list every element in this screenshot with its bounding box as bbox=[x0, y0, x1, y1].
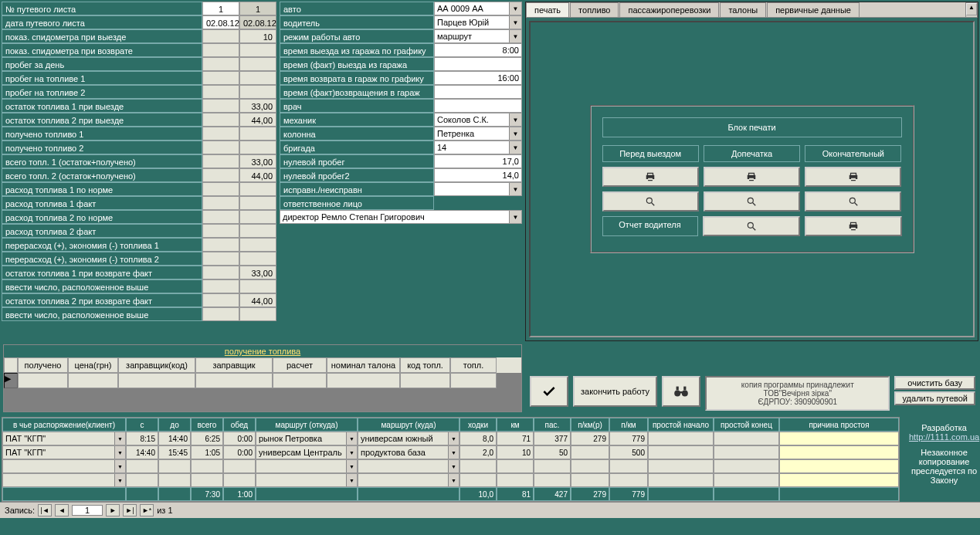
empty-cell[interactable] bbox=[497, 473, 534, 487]
field-dropdown[interactable]: маршрут▼ bbox=[434, 29, 522, 43]
nav-first-button[interactable]: |◄ bbox=[38, 504, 52, 516]
nav-new-button[interactable]: ►* bbox=[140, 504, 154, 516]
field-input[interactable] bbox=[434, 57, 522, 71]
lunch[interactable]: 0:00 bbox=[223, 445, 256, 459]
driver-report-preview-button[interactable] bbox=[703, 216, 800, 236]
empty-cell[interactable] bbox=[571, 473, 609, 487]
print-final-button[interactable] bbox=[805, 167, 901, 187]
empty-cell[interactable] bbox=[714, 473, 779, 487]
route-from-dropdown[interactable]: рынок Петровка▼ bbox=[256, 432, 358, 445]
fuel-cell[interactable] bbox=[450, 373, 497, 388]
field-dropdown[interactable]: АА 0009 АА▼ bbox=[434, 2, 522, 15]
pkm[interactable]: 779 bbox=[609, 432, 648, 445]
time-to[interactable]: 15:45 bbox=[158, 445, 191, 459]
tab-3[interactable]: талоны bbox=[720, 2, 766, 17]
param-value-2[interactable] bbox=[239, 210, 276, 224]
empty-cell[interactable]: ▼ bbox=[358, 459, 459, 473]
param-value-2[interactable] bbox=[239, 224, 276, 238]
empty-cell[interactable] bbox=[714, 459, 779, 473]
param-value-1[interactable] bbox=[202, 168, 239, 182]
empty-cell[interactable]: ▼ bbox=[2, 459, 126, 473]
empty-cell[interactable] bbox=[126, 473, 158, 487]
field-dropdown[interactable]: Парцев Юрій Васил▼ bbox=[434, 15, 522, 29]
param-value-2[interactable] bbox=[239, 307, 276, 321]
nav-last-button[interactable]: ►| bbox=[123, 504, 137, 516]
param-value-1[interactable]: 1 bbox=[202, 2, 239, 15]
fuel-cell[interactable] bbox=[400, 373, 450, 388]
param-value-1[interactable] bbox=[202, 238, 239, 252]
param-value-2[interactable] bbox=[239, 238, 276, 252]
pkmr[interactable]: 279 bbox=[571, 432, 609, 445]
empty-cell[interactable] bbox=[459, 473, 497, 487]
finish-work-button[interactable]: закончить работу bbox=[573, 376, 657, 407]
field-input[interactable]: 16:00 bbox=[434, 71, 522, 85]
empty-cell[interactable]: ▼ bbox=[256, 459, 358, 473]
client-dropdown[interactable]: ПАТ "КГП"▼ bbox=[2, 432, 126, 445]
idle-start[interactable] bbox=[648, 445, 714, 459]
param-value-2[interactable]: 44,00 bbox=[239, 293, 276, 307]
tab-4[interactable]: первичные данные bbox=[767, 2, 860, 17]
confirm-button[interactable] bbox=[530, 376, 568, 407]
param-value-2[interactable] bbox=[239, 71, 276, 85]
km[interactable]: 71 bbox=[497, 432, 534, 445]
nav-prev-button[interactable]: ◄ bbox=[55, 504, 69, 516]
empty-cell[interactable] bbox=[609, 459, 648, 473]
fuel-cell[interactable] bbox=[327, 373, 400, 388]
empty-cell[interactable] bbox=[648, 459, 714, 473]
empty-cell[interactable] bbox=[648, 473, 714, 487]
param-value-1[interactable] bbox=[202, 29, 239, 43]
clear-db-button[interactable]: очистить базу bbox=[894, 376, 975, 390]
idle-reason[interactable] bbox=[779, 432, 899, 445]
param-value-1[interactable] bbox=[202, 71, 239, 85]
route-from-dropdown[interactable]: универсам Централь▼ bbox=[256, 445, 358, 459]
km[interactable]: 10 bbox=[497, 445, 534, 459]
fuel-cell[interactable] bbox=[18, 373, 68, 388]
empty-cell[interactable] bbox=[191, 459, 223, 473]
empty-cell[interactable] bbox=[779, 473, 899, 487]
param-value-2[interactable] bbox=[239, 141, 276, 154]
param-value-2[interactable] bbox=[239, 85, 276, 99]
empty-cell[interactable] bbox=[223, 459, 256, 473]
param-value-1[interactable] bbox=[202, 154, 239, 168]
time-total[interactable]: 6:25 bbox=[191, 432, 223, 445]
preview-final-button[interactable] bbox=[805, 191, 901, 212]
idle-start[interactable] bbox=[648, 432, 714, 445]
empty-cell[interactable] bbox=[779, 459, 899, 473]
fuel-cell[interactable] bbox=[68, 373, 118, 388]
param-value-2[interactable]: 02.08.12 bbox=[239, 15, 276, 29]
pas[interactable]: 50 bbox=[534, 445, 571, 459]
record-position[interactable] bbox=[72, 505, 103, 516]
param-value-1[interactable] bbox=[202, 252, 239, 266]
driver-report-print-button[interactable] bbox=[805, 216, 902, 236]
empty-cell[interactable] bbox=[571, 459, 609, 473]
param-value-2[interactable]: 10 bbox=[239, 29, 276, 43]
nav-next-button[interactable]: ► bbox=[106, 504, 120, 516]
empty-cell[interactable] bbox=[459, 459, 497, 473]
preview-before-button[interactable] bbox=[602, 191, 699, 212]
route-to-dropdown[interactable]: универсам южный▼ bbox=[358, 432, 459, 445]
idle-reason[interactable] bbox=[779, 445, 899, 459]
param-value-2[interactable]: 33,00 bbox=[239, 154, 276, 168]
param-value-1[interactable] bbox=[202, 210, 239, 224]
print-extra-button[interactable] bbox=[704, 167, 800, 187]
idle-end[interactable] bbox=[714, 432, 779, 445]
param-value-1[interactable] bbox=[202, 279, 239, 293]
dev-link[interactable]: http://1111.com.ua bbox=[909, 432, 979, 442]
trips[interactable]: 2,0 bbox=[459, 445, 497, 459]
param-value-2[interactable]: 33,00 bbox=[239, 99, 276, 113]
delete-waybill-button[interactable]: удалить путевой bbox=[894, 391, 975, 405]
param-value-1[interactable] bbox=[202, 57, 239, 71]
param-value-1[interactable] bbox=[202, 99, 239, 113]
client-dropdown[interactable]: ПАТ "КГП"▼ bbox=[2, 445, 126, 459]
field-input[interactable]: 17,0 bbox=[434, 154, 522, 168]
pas[interactable]: 377 bbox=[534, 432, 571, 445]
pkmr[interactable] bbox=[571, 445, 609, 459]
tab-1[interactable]: топливо bbox=[570, 2, 619, 17]
responsible-dropdown[interactable]: директор Ремло Степан Григорович▼ bbox=[280, 210, 522, 224]
time-from[interactable]: 8:15 bbox=[126, 432, 158, 445]
row-selector[interactable]: ▶ bbox=[4, 373, 18, 388]
tab-2[interactable]: пассажироперевозки bbox=[619, 2, 719, 17]
empty-cell[interactable] bbox=[158, 459, 191, 473]
time-to[interactable]: 14:40 bbox=[158, 432, 191, 445]
field-dropdown[interactable]: Соколов С.К.▼ bbox=[434, 113, 522, 127]
